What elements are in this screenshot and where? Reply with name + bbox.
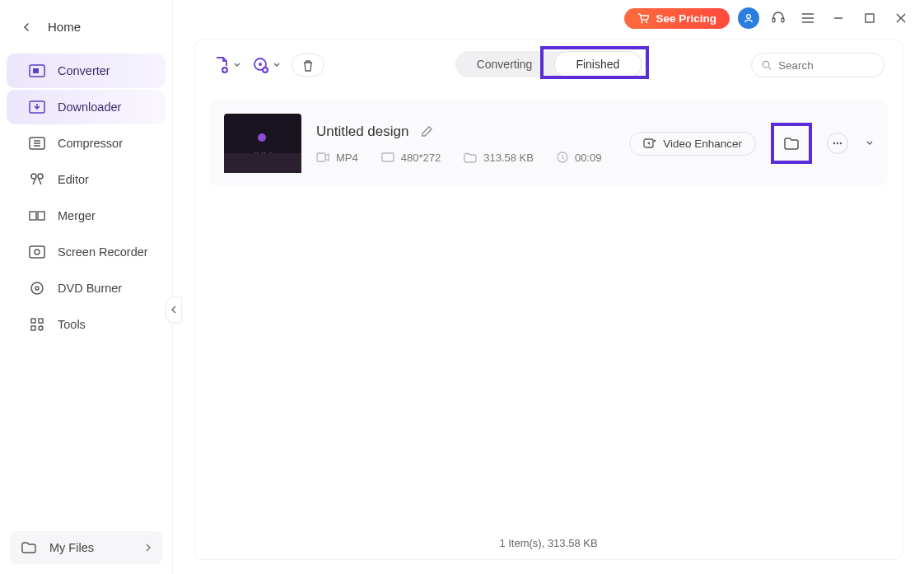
pricing-label: See Pricing <box>656 12 716 25</box>
sidebar-item-dvd-burner[interactable]: DVD Burner <box>7 271 166 306</box>
delete-button[interactable] <box>292 54 324 77</box>
size-value: 313.58 KB <box>483 152 534 164</box>
svg-rect-27 <box>317 153 325 161</box>
support-button[interactable] <box>768 7 789 29</box>
tab-converting[interactable]: Converting <box>455 51 554 77</box>
duration-value: 00:09 <box>575 152 602 164</box>
downloader-icon <box>28 98 46 116</box>
svg-rect-8 <box>30 246 44 258</box>
resolution-value: 480*272 <box>401 152 441 164</box>
svg-rect-13 <box>39 319 43 323</box>
sidebar-item-merger[interactable]: Merger <box>7 198 166 233</box>
more-dropdown-toggle[interactable] <box>866 141 873 146</box>
svg-point-16 <box>642 21 643 22</box>
svg-point-33 <box>840 142 842 144</box>
sidebar-item-tools[interactable]: Tools <box>7 307 166 342</box>
file-meta: Untitled design MP4 <box>316 124 614 164</box>
svg-rect-6 <box>30 212 36 220</box>
svg-rect-21 <box>866 14 874 22</box>
svg-point-31 <box>833 142 835 144</box>
sidebar-item-compressor[interactable]: Compressor <box>7 126 166 161</box>
svg-point-17 <box>646 21 647 22</box>
sidebar-item-label: Screen Recorder <box>58 245 148 259</box>
sidebar-item-converter[interactable]: Converter <box>7 54 166 88</box>
edit-icon <box>420 125 433 138</box>
svg-point-11 <box>35 287 39 290</box>
chevron-down-icon <box>234 63 240 68</box>
folder-icon <box>464 152 477 163</box>
add-file-button[interactable] <box>212 56 240 74</box>
svg-rect-12 <box>31 319 35 323</box>
sidebar-item-editor[interactable]: Editor <box>7 162 166 197</box>
file-format: MP4 <box>316 152 358 164</box>
format-value: MP4 <box>336 152 358 164</box>
svg-rect-28 <box>382 153 394 161</box>
tab-label: Finished <box>576 58 619 71</box>
sidebar-item-label: Editor <box>58 173 89 186</box>
video-icon <box>316 152 329 162</box>
sidebar-item-label: Converter <box>58 64 110 77</box>
close-icon <box>896 13 906 23</box>
svg-point-18 <box>747 15 751 19</box>
converter-icon <box>28 62 46 80</box>
chevron-down-icon <box>273 63 280 68</box>
user-icon <box>743 12 754 24</box>
svg-point-10 <box>31 282 43 294</box>
cart-icon <box>637 13 649 24</box>
file-thumbnail[interactable]: Untitled <box>224 114 301 173</box>
sidebar-item-label: Downloader <box>58 100 121 114</box>
svg-point-9 <box>35 250 40 254</box>
home-label: Home <box>48 20 81 34</box>
file-resolution: 480*272 <box>381 152 441 164</box>
merger-icon <box>28 207 46 225</box>
menu-button[interactable] <box>797 7 819 29</box>
sidebar-item-label: DVD Burner <box>58 282 122 295</box>
tab-finished[interactable]: Finished <box>553 51 642 77</box>
target-add-icon <box>252 56 270 74</box>
headset-icon <box>771 11 786 26</box>
svg-point-15 <box>39 326 43 330</box>
window-maximize-button[interactable] <box>858 7 881 30</box>
resolution-icon <box>381 152 394 162</box>
file-duration: 00:09 <box>557 152 602 164</box>
hamburger-icon <box>801 12 814 24</box>
compressor-icon <box>28 134 46 152</box>
svg-point-24 <box>259 63 262 66</box>
editor-icon <box>28 170 46 189</box>
window-minimize-button[interactable] <box>827 7 850 30</box>
status-tabs: Converting Finished <box>455 51 642 77</box>
home-nav[interactable]: Home <box>0 8 172 45</box>
see-pricing-button[interactable]: See Pricing <box>624 8 730 29</box>
more-options-button[interactable] <box>827 133 848 154</box>
content-panel: Converting Finished Untitled Untitled de… <box>194 40 903 559</box>
file-size: 313.58 KB <box>464 152 534 164</box>
search-box[interactable] <box>751 53 884 77</box>
my-files-button[interactable]: My Files <box>10 531 162 564</box>
search-input[interactable] <box>778 59 874 72</box>
trash-icon <box>302 59 314 72</box>
svg-rect-14 <box>31 326 35 330</box>
svg-point-5 <box>38 174 43 179</box>
sidebar-item-label: Compressor <box>58 137 123 150</box>
file-row[interactable]: Untitled Untitled design <box>209 100 888 186</box>
add-target-button[interactable] <box>252 56 280 74</box>
sidebar-item-screen-recorder[interactable]: Screen Recorder <box>7 235 166 269</box>
video-enhancer-button[interactable]: Video Enhancer <box>629 132 756 156</box>
maximize-icon <box>865 13 875 23</box>
titlebar: See Pricing <box>173 0 924 36</box>
main-area: See Pricing <box>173 0 924 574</box>
footer-summary: 1 Item(s), 313.58 KB <box>499 537 597 549</box>
chevron-right-icon <box>146 544 151 552</box>
svg-point-4 <box>31 174 36 179</box>
sidebar: Home Converter Downloader Compressor <box>0 0 173 574</box>
sidebar-item-label: Merger <box>58 209 96 222</box>
window-close-button[interactable] <box>889 7 912 30</box>
account-button[interactable] <box>738 7 759 29</box>
open-folder-button[interactable] <box>777 129 805 157</box>
screen-recorder-icon <box>28 243 46 261</box>
status-footer: 1 Item(s), 313.58 KB <box>194 529 903 553</box>
edit-title-button[interactable] <box>420 125 433 138</box>
my-files-label: My Files <box>49 541 94 554</box>
clock-icon <box>557 152 568 163</box>
sidebar-item-downloader[interactable]: Downloader <box>7 90 166 124</box>
